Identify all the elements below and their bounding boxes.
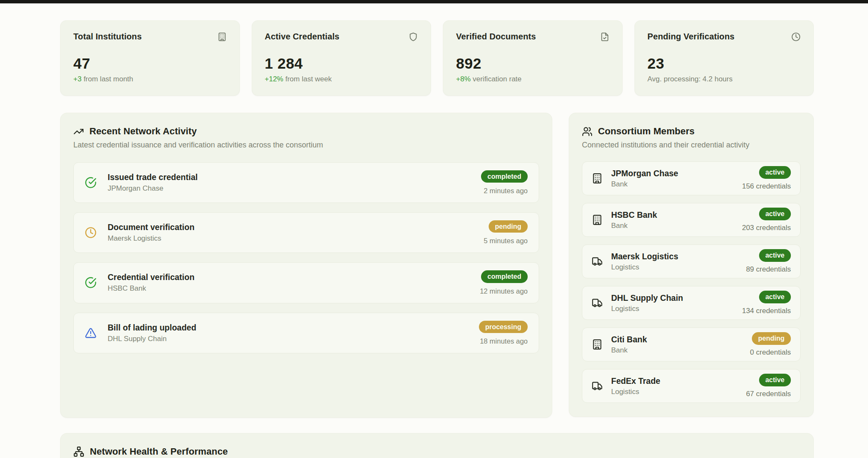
stat-card-pending-verifications: Pending Verifications 23 Avg. processing…	[634, 20, 814, 96]
member-name: Citi Bank	[611, 335, 647, 344]
panel-title: Consortium Members	[598, 126, 695, 137]
activity-row: Issued trade credential JPMorgan Chase c…	[73, 162, 539, 203]
panel-title: Recent Network Activity	[89, 126, 197, 137]
stat-subtext: Avg. processing: 4.2 hours	[648, 75, 801, 83]
activity-row: Document verification Maersk Logistics p…	[73, 212, 539, 253]
stat-value: 23	[648, 55, 801, 72]
check-circle-icon	[85, 177, 97, 189]
member-row: Citi Bank Bank pending 0 credentials	[582, 328, 801, 361]
building-icon	[217, 32, 227, 42]
stat-value: 1 284	[265, 55, 418, 72]
member-row: DHL Supply Chain Logistics active 134 cr…	[582, 286, 801, 320]
activity-title: Bill of lading uploaded	[108, 323, 196, 333]
activity-time: 18 minutes ago	[480, 337, 528, 345]
consortium-members-panel: Consortium Members Connected institution…	[569, 113, 814, 417]
alert-triangle-icon	[85, 327, 97, 339]
activity-title: Issued trade credential	[108, 172, 198, 182]
member-type: Bank	[611, 180, 678, 189]
status-badge: active	[759, 291, 791, 303]
stat-value: 892	[456, 55, 609, 72]
status-badge: active	[759, 374, 791, 386]
truck-icon	[592, 380, 604, 391]
status-badge: active	[759, 208, 791, 220]
network-health-panel: Network Health & Performance Real-time b…	[60, 433, 814, 458]
activity-org: HSBC Bank	[108, 284, 195, 293]
member-name: HSBC Bank	[611, 210, 657, 220]
member-row: Maersk Logistics Logistics active 89 cre…	[582, 244, 801, 278]
activity-time: 12 minutes ago	[480, 287, 528, 295]
member-name: JPMorgan Chase	[611, 169, 678, 178]
truck-icon	[592, 256, 604, 267]
member-credentials: 0 credentials	[750, 348, 791, 357]
stat-card-verified-documents: Verified Documents 892 +8% verification …	[443, 20, 623, 96]
stat-note: verification rate	[473, 75, 521, 83]
member-name: Maersk Logistics	[611, 252, 678, 261]
stat-label: Pending Verifications	[648, 32, 734, 42]
activity-title: Credential verification	[108, 272, 195, 282]
status-badge: processing	[479, 321, 528, 333]
member-row: FedEx Trade Logistics active 67 credenti…	[582, 369, 801, 403]
status-badge: pending	[752, 332, 791, 344]
stat-note: Avg. processing: 4.2 hours	[648, 75, 733, 83]
member-credentials: 203 credentials	[742, 224, 791, 232]
member-credentials: 67 credentials	[746, 390, 791, 398]
truck-icon	[592, 297, 604, 308]
member-name: DHL Supply Chain	[611, 293, 683, 303]
stat-note: from last month	[83, 75, 133, 83]
member-type: Logistics	[611, 388, 660, 396]
top-window-bar	[0, 0, 868, 3]
stat-note: from last week	[285, 75, 332, 83]
recent-activity-panel: Recent Network Activity Latest credentia…	[60, 113, 552, 418]
status-badge: completed	[481, 270, 528, 283]
clock-icon	[85, 227, 97, 239]
member-row: HSBC Bank Bank active 203 credentials	[582, 203, 801, 237]
member-credentials: 156 credentials	[742, 182, 791, 191]
building-icon	[592, 214, 604, 225]
network-icon	[73, 446, 84, 457]
member-name: FedEx Trade	[611, 376, 660, 386]
activity-org: DHL Supply Chain	[108, 335, 196, 343]
member-credentials: 89 credentials	[746, 265, 791, 274]
stat-card-active-credentials: Active Credentials 1 284 +12% from last …	[252, 20, 431, 96]
check-circle-icon	[85, 277, 97, 289]
status-badge: active	[759, 249, 791, 261]
activity-time: 2 minutes ago	[484, 187, 528, 195]
member-type: Bank	[611, 346, 647, 355]
activity-row: Bill of lading uploaded DHL Supply Chain…	[73, 313, 539, 353]
stat-value: 47	[73, 55, 227, 72]
stat-delta: +12%	[265, 75, 284, 83]
activity-list: Issued trade credential JPMorgan Chase c…	[73, 162, 539, 353]
users-icon	[582, 126, 593, 137]
clock-icon	[791, 32, 801, 42]
stat-subtext: +8% verification rate	[456, 75, 609, 83]
building-icon	[592, 339, 604, 350]
status-badge: pending	[489, 220, 528, 233]
dashboard-page: Total Institutions 47 +3 from last month…	[0, 3, 868, 458]
activity-org: JPMorgan Chase	[108, 184, 198, 193]
file-check-icon	[600, 32, 609, 42]
member-type: Bank	[611, 222, 657, 230]
stats-row: Total Institutions 47 +3 from last month…	[60, 20, 814, 96]
activity-time: 5 minutes ago	[484, 237, 528, 245]
activity-row: Credential verification HSBC Bank comple…	[73, 262, 539, 303]
stat-label: Active Credentials	[265, 32, 339, 42]
member-type: Logistics	[611, 305, 683, 313]
member-credentials: 134 credentials	[742, 307, 791, 315]
activity-org: Maersk Logistics	[108, 234, 195, 243]
panel-subtitle: Connected institutions and their credent…	[582, 141, 801, 150]
member-type: Logistics	[611, 263, 678, 272]
members-list: JPMorgan Chase Bank active 156 credentia…	[582, 161, 801, 403]
stat-delta: +8%	[456, 75, 471, 83]
status-badge: active	[759, 166, 791, 178]
status-badge: completed	[481, 170, 528, 183]
member-row: JPMorgan Chase Bank active 156 credentia…	[582, 161, 801, 195]
stat-subtext: +3 from last month	[73, 75, 227, 83]
shield-icon	[409, 32, 418, 42]
stat-card-total-institutions: Total Institutions 47 +3 from last month	[60, 20, 240, 96]
stat-delta: +3	[73, 75, 81, 83]
panel-subtitle: Latest credential issuance and verificat…	[73, 141, 539, 150]
activity-title: Document verification	[108, 222, 195, 232]
stat-label: Total Institutions	[73, 32, 142, 42]
panel-title: Network Health & Performance	[90, 446, 228, 457]
trending-up-icon	[73, 126, 84, 137]
